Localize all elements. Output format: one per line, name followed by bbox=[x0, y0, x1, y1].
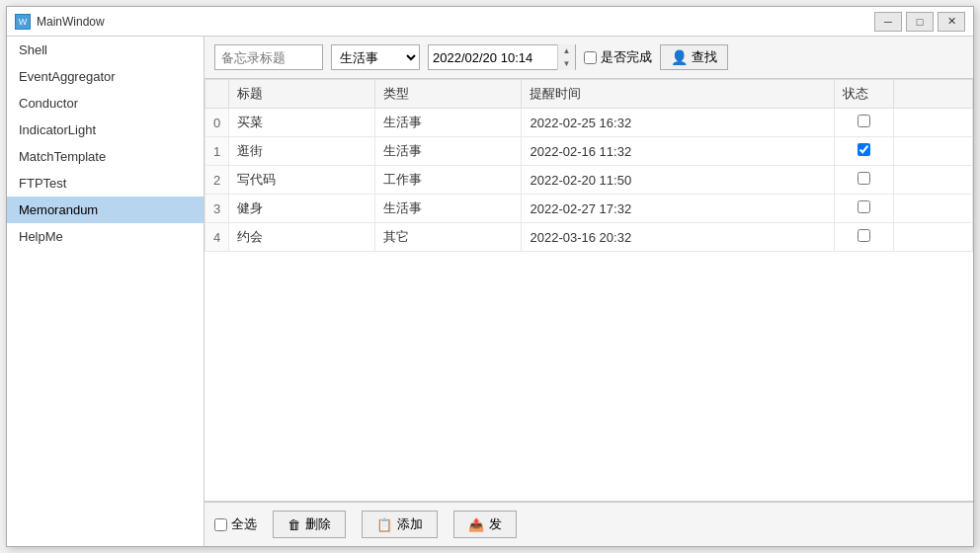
title-bar-left: W MainWindow bbox=[15, 14, 105, 30]
row-status[interactable] bbox=[835, 109, 894, 137]
footer-bar: 全选 🗑 删除 📋 添加 📤 发 bbox=[204, 502, 973, 546]
title-buttons: ─ □ ✕ bbox=[874, 12, 965, 32]
row-time: 2022-02-20 11:50 bbox=[522, 166, 835, 195]
table-row: 4 约会 其它 2022-03-16 20:32 bbox=[205, 223, 973, 252]
row-title: 逛街 bbox=[229, 137, 375, 166]
row-type: 生活事 bbox=[375, 109, 522, 137]
row-extra bbox=[894, 195, 973, 223]
row-type: 工作事 bbox=[375, 166, 522, 195]
row-status[interactable] bbox=[835, 166, 894, 195]
toolbar: 生活事工作事其它 ▲ ▼ 是否完成 👤 查找 bbox=[204, 37, 973, 79]
col-type-header: 类型 bbox=[375, 80, 522, 109]
row-status-checkbox[interactable] bbox=[858, 143, 870, 156]
row-time: 2022-02-27 17:32 bbox=[522, 195, 835, 223]
person-search-icon: 👤 bbox=[671, 49, 688, 65]
add-icon: 📋 bbox=[376, 517, 392, 532]
window-title: MainWindow bbox=[37, 15, 105, 29]
row-status[interactable] bbox=[835, 223, 894, 252]
sidebar-item-indicatorlight[interactable]: IndicatorLight bbox=[7, 117, 204, 143]
col-extra-header bbox=[894, 80, 973, 109]
main-content: ShellEventAggregatorConductorIndicatorLi… bbox=[7, 37, 973, 546]
sidebar-item-ftptest[interactable]: FTPTest bbox=[7, 170, 204, 197]
sidebar: ShellEventAggregatorConductorIndicatorLi… bbox=[7, 37, 204, 546]
data-table-container[interactable]: 标题 类型 提醒时间 状态 0 买菜 生活事 2022-02-25 16:32 … bbox=[204, 79, 973, 502]
row-extra bbox=[894, 166, 973, 195]
table-row: 3 健身 生活事 2022-02-27 17:32 bbox=[205, 195, 973, 223]
completed-group: 是否完成 bbox=[584, 48, 652, 66]
sidebar-item-shell[interactable]: Shell bbox=[7, 37, 204, 63]
sidebar-item-conductor[interactable]: Conductor bbox=[7, 90, 204, 117]
title-bar: W MainWindow ─ □ ✕ bbox=[7, 7, 973, 37]
row-title: 写代码 bbox=[229, 166, 375, 195]
row-title: 健身 bbox=[229, 195, 375, 223]
trash-icon: 🗑 bbox=[287, 517, 300, 532]
row-index: 1 bbox=[205, 137, 229, 166]
maximize-button[interactable]: □ bbox=[906, 12, 934, 32]
row-time: 2022-03-16 20:32 bbox=[522, 223, 835, 252]
row-index: 3 bbox=[205, 195, 229, 223]
completed-checkbox[interactable] bbox=[584, 51, 597, 64]
col-title-header: 标题 bbox=[229, 80, 375, 109]
col-time-header: 提醒时间 bbox=[522, 80, 835, 109]
row-extra bbox=[894, 223, 973, 252]
sidebar-item-memorandum[interactable]: Memorandum bbox=[7, 197, 204, 223]
main-window: W MainWindow ─ □ ✕ ShellEventAggregatorC… bbox=[6, 6, 974, 547]
close-button[interactable]: ✕ bbox=[938, 12, 965, 32]
select-all-checkbox[interactable] bbox=[214, 518, 227, 531]
type-select[interactable]: 生活事工作事其它 bbox=[331, 44, 420, 70]
export-button[interactable]: 📤 发 bbox=[453, 511, 517, 538]
row-type: 生活事 bbox=[375, 137, 522, 166]
minimize-button[interactable]: ─ bbox=[874, 12, 902, 32]
app-icon: W bbox=[15, 14, 31, 30]
sidebar-item-helpme[interactable]: HelpMe bbox=[7, 223, 204, 250]
table-row: 0 买菜 生活事 2022-02-25 16:32 bbox=[205, 109, 973, 137]
content-area: 生活事工作事其它 ▲ ▼ 是否完成 👤 查找 bbox=[204, 37, 973, 546]
row-title: 买菜 bbox=[229, 109, 375, 137]
spin-up-button[interactable]: ▲ bbox=[558, 44, 575, 57]
datetime-picker: ▲ ▼ bbox=[428, 44, 576, 70]
completed-label: 是否完成 bbox=[601, 48, 652, 66]
row-index: 0 bbox=[205, 109, 229, 137]
row-status[interactable] bbox=[835, 195, 894, 223]
search-button[interactable]: 👤 查找 bbox=[660, 44, 728, 70]
add-button[interactable]: 📋 添加 bbox=[362, 511, 438, 538]
col-status-header: 状态 bbox=[835, 80, 894, 109]
row-status-checkbox[interactable] bbox=[858, 172, 870, 185]
delete-button[interactable]: 🗑 删除 bbox=[273, 511, 346, 538]
data-table: 标题 类型 提醒时间 状态 0 买菜 生活事 2022-02-25 16:32 … bbox=[204, 79, 973, 252]
row-index: 2 bbox=[205, 166, 229, 195]
row-index: 4 bbox=[205, 223, 229, 252]
sidebar-item-eventaggregator[interactable]: EventAggregator bbox=[7, 63, 204, 90]
select-all-label: 全选 bbox=[231, 515, 257, 533]
title-input[interactable] bbox=[214, 44, 323, 70]
datetime-input[interactable] bbox=[429, 48, 557, 67]
row-status-checkbox[interactable] bbox=[858, 115, 870, 127]
row-time: 2022-02-16 11:32 bbox=[522, 137, 835, 166]
export-icon: 📤 bbox=[468, 517, 484, 532]
row-status-checkbox[interactable] bbox=[858, 229, 870, 242]
row-time: 2022-02-25 16:32 bbox=[522, 109, 835, 137]
select-all-group: 全选 bbox=[214, 515, 257, 533]
table-row: 2 写代码 工作事 2022-02-20 11:50 bbox=[205, 166, 973, 195]
row-extra bbox=[894, 137, 973, 166]
row-type: 生活事 bbox=[375, 195, 522, 223]
table-row: 1 逛街 生活事 2022-02-16 11:32 bbox=[205, 137, 973, 166]
sidebar-item-matchtemplate[interactable]: MatchTemplate bbox=[7, 143, 204, 170]
col-index-header bbox=[205, 80, 229, 109]
row-type: 其它 bbox=[375, 223, 522, 252]
row-extra bbox=[894, 109, 973, 137]
row-title: 约会 bbox=[229, 223, 375, 252]
datetime-spin: ▲ ▼ bbox=[557, 44, 575, 70]
row-status-checkbox[interactable] bbox=[858, 200, 870, 213]
row-status[interactable] bbox=[835, 137, 894, 166]
spin-down-button[interactable]: ▼ bbox=[558, 57, 575, 70]
